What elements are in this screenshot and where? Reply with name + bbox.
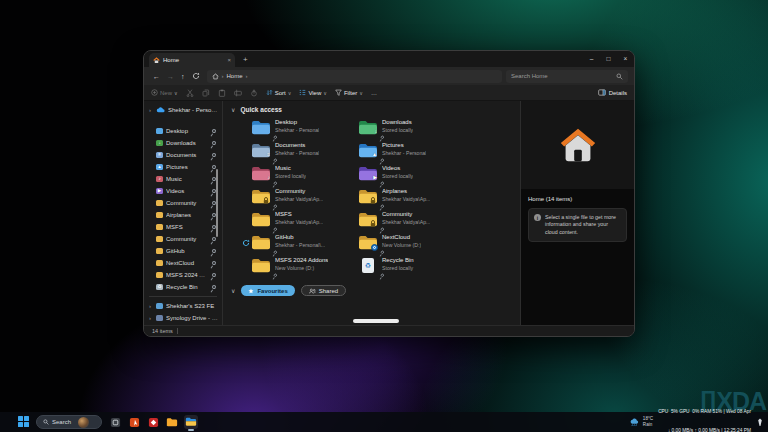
search-input[interactable]: Search Home	[506, 70, 628, 83]
quick-access-item[interactable]: ≡ Documents Shekhar - Personal	[251, 142, 358, 165]
system-stats[interactable]: CPU 5% GPU 0% RAM 51% | Wed 08 Apr ↓ 0.0…	[658, 396, 751, 432]
search-icon[interactable]	[616, 73, 623, 80]
taskbar-search[interactable]: Search	[36, 415, 102, 429]
sidebar-item[interactable]: Community	[144, 197, 222, 209]
sidebar-item[interactable]: ▶ Videos	[144, 185, 222, 197]
sidebar-item[interactable]: MSFS 2024 Addons	[144, 269, 222, 281]
item-text: Videos Stored locally	[382, 165, 413, 185]
search-highlight-image[interactable]	[78, 417, 89, 428]
quick-access-item[interactable]: GitHub Shekhar - Personal\...	[251, 234, 358, 257]
chevron-down-icon: ∨	[288, 90, 292, 96]
quick-access-item[interactable]: MSFS Shekhar Vaidya\Ap...	[251, 211, 358, 234]
folder-glyph-icon: ▶	[373, 175, 377, 180]
more-options-button[interactable]: …	[371, 90, 377, 96]
pin-icon	[211, 236, 217, 242]
home-tab-icon	[153, 57, 160, 64]
share-icon[interactable]	[250, 89, 258, 97]
sidebar-item-onedrive[interactable]: › Shekhar - Personal	[144, 104, 222, 116]
info-icon: i	[534, 214, 541, 221]
sidebar-item[interactable]: Community	[144, 233, 222, 245]
sidebar-device-item[interactable]: › Shekhar's S23 FE	[144, 300, 222, 312]
sidebar-scrollbar[interactable]	[216, 169, 218, 237]
sidebar-item[interactable]: ▲ Pictures	[144, 161, 222, 173]
quick-access-item[interactable]: ▲ Pictures Shekhar - Personal	[358, 142, 465, 165]
quick-access-item[interactable]: ▶ Videos Stored locally	[358, 165, 465, 188]
quick-access-header[interactable]: ∨ Quick access	[231, 106, 520, 113]
sidebar-item[interactable]: Desktop	[144, 125, 222, 137]
pin-icon	[273, 204, 277, 208]
quick-access-item[interactable]: NextCloud New Volume (D:)	[358, 234, 465, 257]
sidebar-item[interactable]: ♻ Recycle Bin	[144, 281, 222, 293]
sidebar-item[interactable]: ♪ Music	[144, 173, 222, 185]
filter-pills-row: ∨ Favourites Shared	[231, 285, 520, 296]
quick-access-item[interactable]: Community Shekhar Vaidya\Ap...	[251, 188, 358, 211]
new-tab-button[interactable]: +	[243, 53, 248, 67]
sort-button[interactable]: Sort∨	[266, 89, 292, 96]
sidebar-item[interactable]: ≡ Documents	[144, 149, 222, 161]
quick-access-item[interactable]: ♪ Music Stored locally	[251, 165, 358, 188]
collapse-chevron-icon[interactable]: ∨	[231, 287, 235, 294]
sidebar-item[interactable]: MSFS	[144, 221, 222, 233]
pen-tray-icon[interactable]	[756, 417, 764, 427]
lock-icon	[370, 197, 376, 204]
forward-button[interactable]: →	[167, 73, 174, 80]
folder-glyph-icon: ▲	[372, 152, 377, 157]
back-button[interactable]: ←	[153, 73, 160, 80]
item-text: Downloads Stored locally	[382, 119, 413, 139]
quick-access-item[interactable]: Community Shekhar Vaidya\Ap...	[358, 211, 465, 234]
cut-icon[interactable]	[186, 89, 194, 97]
pin-icon	[380, 135, 384, 139]
close-button[interactable]: ×	[617, 51, 634, 67]
quick-access-item[interactable]: MSFS 2024 Addons New Volume (D:)	[251, 257, 358, 280]
item-subtitle: Shekhar - Personal	[275, 150, 319, 156]
items-count: 14 items	[152, 328, 173, 334]
game-app-icon[interactable]	[127, 415, 141, 429]
copy-icon[interactable]	[202, 89, 210, 97]
expand-chevron-icon[interactable]: ›	[149, 303, 153, 309]
title-bar[interactable]: Home × + – □ ×	[144, 51, 634, 67]
paste-icon[interactable]	[218, 89, 226, 97]
sidebar-item[interactable]: NextCloud	[144, 257, 222, 269]
quick-access-item[interactable]: Desktop Shekhar - Personal	[251, 119, 358, 142]
details-hint-box: i Select a single file to get more infor…	[528, 208, 627, 242]
sidebar-item[interactable]: Airplanes	[144, 209, 222, 221]
items-view: ∨ Quick access Desktop Shekhar - Persona…	[223, 101, 520, 325]
favourites-pill[interactable]: Favourites	[241, 285, 294, 296]
quick-access-item[interactable]: Airplanes Shekhar Vaidya\Ap...	[358, 188, 465, 211]
pin-icon	[211, 140, 217, 146]
expand-chevron-icon[interactable]: ›	[149, 107, 153, 113]
weather-widget[interactable]: 18°C Rain	[629, 416, 653, 427]
expand-chevron-icon[interactable]: ›	[149, 315, 153, 321]
ellipsis-icon: …	[371, 90, 377, 96]
breadcrumb[interactable]: › Home ›	[207, 70, 503, 83]
shared-pill[interactable]: Shared	[301, 285, 346, 296]
installer-app-icon[interactable]	[146, 415, 160, 429]
sidebar-device-item[interactable]: › Synology Drive - Shekh	[144, 312, 222, 324]
start-button[interactable]	[18, 416, 30, 428]
details-toggle-button[interactable]: Details	[598, 89, 627, 96]
maximize-button[interactable]: □	[600, 51, 617, 67]
sidebar-item[interactable]: GitHub	[144, 245, 222, 257]
horizontal-scrollbar[interactable]	[353, 319, 399, 323]
up-button[interactable]: ↑	[181, 73, 185, 80]
folder-app-icon[interactable]	[165, 415, 179, 429]
explorer-tab-home[interactable]: Home ×	[149, 53, 235, 67]
minimize-button[interactable]: –	[583, 51, 600, 67]
tab-close-icon[interactable]: ×	[227, 57, 231, 63]
view-button[interactable]: View∨	[299, 89, 327, 96]
quick-access-item[interactable]: ↓ Downloads Stored locally	[358, 119, 465, 142]
rename-icon[interactable]	[234, 89, 242, 97]
quick-access-item[interactable]: ♻ Recycle Bin Stored locally	[358, 257, 465, 280]
file-explorer-taskbar-icon[interactable]	[184, 415, 198, 429]
collapse-chevron-icon[interactable]: ∨	[231, 106, 235, 113]
chat-app-icon[interactable]	[108, 415, 122, 429]
breadcrumb-home[interactable]: Home	[227, 73, 243, 79]
sidebar-item[interactable]: ↓ Downloads	[144, 137, 222, 149]
filter-button[interactable]: Filter∨	[335, 89, 363, 96]
item-subtitle: Shekhar - Personal\...	[275, 242, 325, 248]
breadcrumb-home-icon[interactable]	[212, 73, 219, 80]
item-name: Recycle Bin	[382, 257, 414, 264]
weather-text: 18°C Rain	[643, 416, 653, 427]
new-button[interactable]: New∨	[151, 89, 178, 96]
refresh-icon[interactable]	[192, 72, 200, 80]
